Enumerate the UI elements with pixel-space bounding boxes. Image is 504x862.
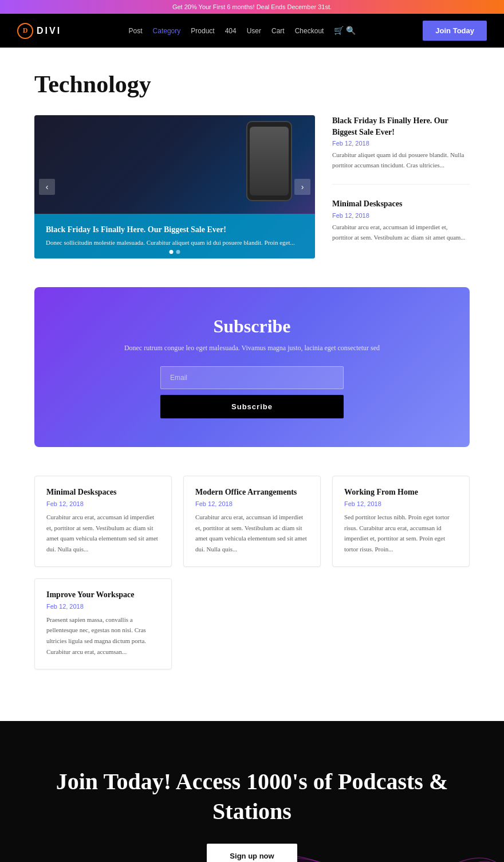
subscribe-section: Subscribe Donec rutrum congue leo eget m… bbox=[34, 287, 470, 447]
card-bottom-1: Improve Your Workspace Feb 12, 2018 Prae… bbox=[34, 578, 172, 669]
subscribe-form: Subscribe bbox=[57, 366, 447, 418]
card-2-excerpt: Curabitur arcu erat, accumsan id imperdi… bbox=[195, 512, 309, 555]
card-1-excerpt: Curabitur arcu erat, accumsan id imperdi… bbox=[46, 512, 160, 555]
nav-user[interactable]: User bbox=[247, 27, 261, 35]
side-article-2-title: Minimal Deskspaces bbox=[332, 198, 470, 210]
nav-product[interactable]: Product bbox=[191, 27, 214, 35]
phone-mockup bbox=[246, 121, 292, 201]
card-3-title: Working From Home bbox=[344, 488, 458, 497]
cta-section: Join Today! Access 1000's of Podcasts & … bbox=[0, 721, 504, 863]
side-article-1-date: Feb 12, 2018 bbox=[332, 140, 470, 147]
page-title: Technology bbox=[34, 70, 470, 98]
side-article-2-excerpt: Curabitur arcu erat, accumsan id imperdi… bbox=[332, 222, 470, 242]
subscribe-button[interactable]: Subscribe bbox=[160, 395, 344, 418]
card-1-title: Minimal Deskspaces bbox=[46, 488, 160, 497]
card-3-excerpt: Sed porttitor lectus nibh. Proin eget to… bbox=[344, 512, 458, 555]
cards-bottom: Improve Your Workspace Feb 12, 2018 Prae… bbox=[34, 578, 470, 669]
slider-excerpt: Donec sollicitudin molestie malesuada. C… bbox=[46, 238, 304, 248]
nav-404[interactable]: 404 bbox=[225, 27, 237, 35]
side-article-2-date: Feb 12, 2018 bbox=[332, 212, 470, 219]
main-content: Technology Black Friday Is Finally Here.… bbox=[0, 48, 504, 721]
slider: Black Friday Is Finally Here. Our Bigges… bbox=[34, 115, 315, 258]
side-divider bbox=[332, 184, 470, 185]
featured-section: Black Friday Is Finally Here. Our Bigges… bbox=[34, 115, 470, 258]
slider-dot-2[interactable] bbox=[176, 250, 180, 254]
side-article-1-excerpt: Curabitur aliquet quam id dui posuere bl… bbox=[332, 150, 470, 170]
email-input[interactable] bbox=[160, 366, 344, 389]
header: D DIVI Post Category Product 404 User Ca… bbox=[0, 14, 504, 48]
slider-dot-1[interactable] bbox=[170, 250, 174, 254]
cta-button[interactable]: Sign up now bbox=[207, 844, 297, 863]
phone-screen bbox=[250, 127, 289, 195]
logo[interactable]: D DIVI bbox=[17, 23, 61, 39]
side-articles: Black Friday Is Finally Here. Our Bigges… bbox=[332, 115, 470, 258]
banner-text: Get 20% Your First 6 months! Deal Ends D… bbox=[172, 3, 332, 10]
card-bottom-1-date: Feb 12, 2018 bbox=[46, 603, 160, 610]
cta-title: Join Today! Access 1000's of Podcasts & … bbox=[34, 767, 470, 826]
logo-icon: D bbox=[17, 23, 33, 39]
nav-post[interactable]: Post bbox=[129, 27, 143, 35]
card-3-date: Feb 12, 2018 bbox=[344, 500, 458, 507]
card-2-date: Feb 12, 2018 bbox=[195, 500, 309, 507]
card-2: Modern Office Arrangements Feb 12, 2018 … bbox=[183, 476, 321, 567]
card-3: Working From Home Feb 12, 2018 Sed portt… bbox=[332, 476, 470, 567]
card-2-title: Modern Office Arrangements bbox=[195, 488, 309, 497]
cards-grid: Minimal Deskspaces Feb 12, 2018 Curabitu… bbox=[34, 476, 470, 567]
card-bottom-1-excerpt: Praesent sapien massa, convallis a pelle… bbox=[46, 614, 160, 657]
nav-category[interactable]: Category bbox=[153, 27, 181, 35]
subscribe-title: Subscribe bbox=[57, 316, 447, 337]
card-bottom-1-title: Improve Your Workspace bbox=[46, 590, 160, 600]
side-article-1-title: Black Friday Is Finally Here. Our Bigges… bbox=[332, 115, 470, 138]
card-1: Minimal Deskspaces Feb 12, 2018 Curabitu… bbox=[34, 476, 172, 567]
slider-next-button[interactable]: › bbox=[294, 179, 310, 195]
top-banner: Get 20% Your First 6 months! Deal Ends D… bbox=[0, 0, 504, 14]
side-article-2: Minimal Deskspaces Feb 12, 2018 Curabitu… bbox=[332, 198, 470, 242]
main-nav: Post Category Product 404 User Cart Chec… bbox=[129, 26, 356, 36]
slider-prev-button[interactable]: ‹ bbox=[39, 179, 55, 195]
subscribe-subtitle: Donec rutrum congue leo eget malesuada. … bbox=[57, 344, 447, 352]
join-button[interactable]: Join Today bbox=[423, 21, 487, 41]
side-article-1: Black Friday Is Finally Here. Our Bigges… bbox=[332, 115, 470, 170]
card-1-date: Feb 12, 2018 bbox=[46, 500, 160, 507]
slider-image: Black Friday Is Finally Here. Our Bigges… bbox=[34, 115, 315, 258]
nav-cart[interactable]: Cart bbox=[271, 27, 285, 35]
search-icon[interactable]: 🛒 🔍 bbox=[334, 26, 356, 36]
slider-title: Black Friday Is Finally Here. Our Bigges… bbox=[46, 225, 304, 234]
logo-text: DIVI bbox=[37, 26, 61, 36]
slider-dots bbox=[170, 250, 180, 254]
nav-checkout[interactable]: Checkout bbox=[295, 27, 324, 35]
